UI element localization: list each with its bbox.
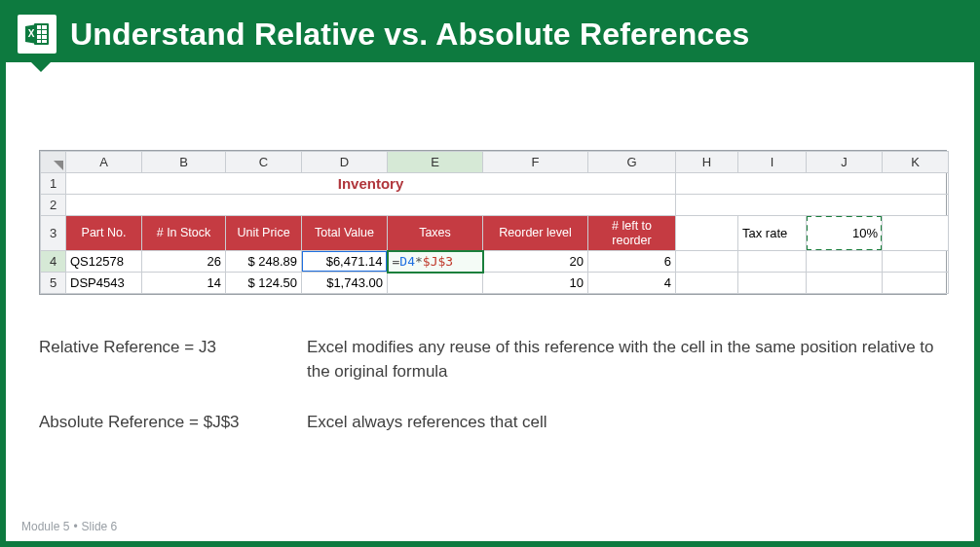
cell[interactable] <box>388 273 483 294</box>
svg-rect-8 <box>42 40 47 43</box>
excel-icon: X <box>18 15 57 54</box>
absolute-ref-label: Absolute Reference = $J$3 <box>39 411 307 435</box>
inventory-title: Inventory <box>66 173 676 195</box>
tax-rate-label: Tax rate <box>738 216 807 251</box>
slide-footer: Module 5•Slide 6 <box>21 520 117 533</box>
formula-relative-ref: D4 <box>399 254 415 269</box>
cell[interactable]: $1,743.00 <box>302 273 388 294</box>
cell[interactable]: 20 <box>483 251 588 273</box>
cell-tax-rate[interactable]: 10% <box>807 216 883 251</box>
header-taxes: Taxes <box>388 216 483 251</box>
col-header[interactable]: H <box>676 152 738 173</box>
col-header[interactable]: D <box>302 152 388 173</box>
slide-title: Understand Relative vs. Absolute Referen… <box>70 17 749 53</box>
relative-ref-label: Relative Reference = J3 <box>39 336 307 383</box>
table-row: 4 QS12578 26 $ 248.89 $6,471.14 =D4*$J$3… <box>41 251 949 273</box>
footer-module: Module 5 <box>21 520 69 533</box>
spreadsheet: A B C D E F G H I J K 1 Inventory <box>39 150 947 295</box>
col-header-active[interactable]: E <box>388 152 483 173</box>
formula-operator: * <box>415 254 423 269</box>
cell[interactable]: 14 <box>142 273 226 294</box>
absolute-ref-desc: Excel always references that cell <box>307 411 941 435</box>
cell[interactable]: $ 248.89 <box>226 251 302 273</box>
col-header[interactable]: C <box>226 152 302 173</box>
header-in-stock: # In Stock <box>142 216 226 251</box>
cell[interactable]: QS12578 <box>66 251 142 273</box>
svg-rect-4 <box>42 30 47 34</box>
select-all-corner[interactable] <box>41 152 66 173</box>
svg-rect-6 <box>42 35 47 39</box>
table-row: 2 <box>41 195 949 216</box>
data-header-row: 3 Part No. # In Stock Unit Price Total V… <box>41 216 949 251</box>
col-header[interactable]: F <box>483 152 588 173</box>
row-header[interactable]: 3 <box>41 216 66 251</box>
active-cell-formula[interactable]: =D4*$J$3 <box>388 251 483 273</box>
formula-absolute-ref: $J$3 <box>423 254 453 269</box>
relative-ref-desc: Excel modifies any reuse of this referen… <box>307 336 941 383</box>
explanation-block: Relative Reference = J3 Excel modifies a… <box>39 336 941 435</box>
header-pointer-icon <box>31 62 51 72</box>
row-header[interactable]: 1 <box>41 173 66 195</box>
svg-text:X: X <box>28 28 35 39</box>
col-header[interactable]: J <box>807 152 883 173</box>
row-header-active[interactable]: 4 <box>41 251 66 273</box>
slide-header: X Understand Relative vs. Absolute Refer… <box>6 6 974 62</box>
col-header[interactable]: A <box>66 152 142 173</box>
cell[interactable]: $ 124.50 <box>226 273 302 294</box>
bullet-icon: • <box>69 520 81 533</box>
header-unit-price: Unit Price <box>226 216 302 251</box>
cell-total-value[interactable]: $6,471.14 <box>302 251 388 273</box>
row-header[interactable]: 2 <box>41 195 66 216</box>
table-row: 5 DSP4543 14 $ 124.50 $1,743.00 10 4 <box>41 273 949 294</box>
cell[interactable]: DSP4543 <box>66 273 142 294</box>
cell[interactable]: 6 <box>588 251 676 273</box>
header-total-value: Total Value <box>302 216 388 251</box>
col-header[interactable]: I <box>738 152 807 173</box>
header-part-no: Part No. <box>66 216 142 251</box>
col-header[interactable]: G <box>588 152 676 173</box>
col-header[interactable]: B <box>142 152 226 173</box>
header-left-reorder: # left to reorder <box>588 216 676 251</box>
column-header-row: A B C D E F G H I J K <box>41 152 949 173</box>
header-reorder-level: Reorder level <box>483 216 588 251</box>
table-row: 1 Inventory <box>41 173 949 195</box>
cell[interactable]: 4 <box>588 273 676 294</box>
footer-slide: Slide 6 <box>82 520 118 533</box>
cell[interactable]: 10 <box>483 273 588 294</box>
cell[interactable]: 26 <box>142 251 226 273</box>
svg-rect-2 <box>42 25 47 29</box>
col-header[interactable]: K <box>883 152 949 173</box>
row-header[interactable]: 5 <box>41 273 66 294</box>
